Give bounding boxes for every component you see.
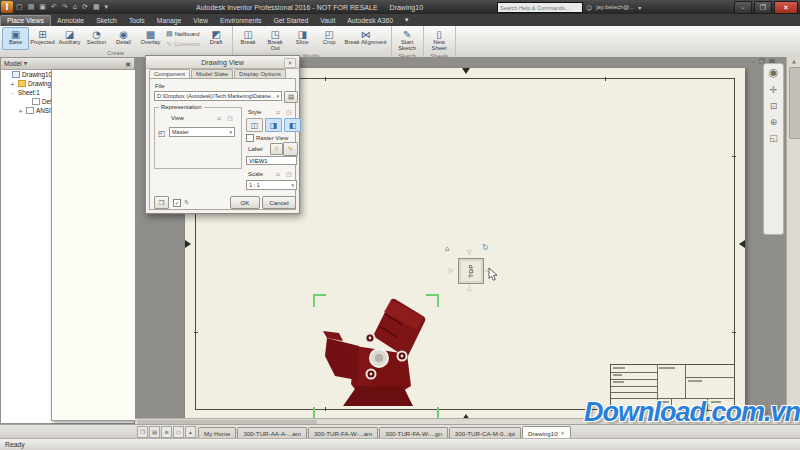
auxiliary-view-button[interactable]: ◪ Auxiliary xyxy=(56,27,83,50)
scale-assoc-icon[interactable]: ◳ xyxy=(286,170,292,177)
arrange-windows-icon[interactable]: ❐ xyxy=(137,426,148,438)
base-view-button[interactable]: ▣ Base xyxy=(2,27,29,50)
view-checkbox-icon[interactable]: ▫ xyxy=(217,114,221,121)
connector-button[interactable]: ∿ Connector xyxy=(166,40,201,48)
style-assoc-icon[interactable]: ◳ xyxy=(286,108,292,115)
vertical-scrollbar[interactable]: ▲ ▼ xyxy=(786,57,800,424)
scroll-up-icon[interactable]: ▲ xyxy=(787,58,800,64)
tab-place-views[interactable]: Place Views xyxy=(0,15,51,26)
zoom-icon[interactable]: ⊕ xyxy=(770,117,778,127)
tab-get-started[interactable]: Get Started xyxy=(268,16,315,26)
horizontal-tile-icon[interactable]: ▭ xyxy=(173,426,184,438)
undo-icon[interactable]: ↶ xyxy=(51,3,57,11)
update-icon[interactable]: ⟳ xyxy=(82,3,88,11)
tab-tools[interactable]: Tools xyxy=(123,16,151,26)
user-dropdown-icon[interactable]: ▾ xyxy=(638,4,641,11)
close-button[interactable]: ✕ xyxy=(774,1,798,14)
signed-in-user[interactable]: jay.betech@... xyxy=(596,4,634,10)
browser-pane-icon[interactable]: ▣ xyxy=(125,60,131,67)
preview-toggle-button[interactable]: ❐ xyxy=(154,196,169,209)
slice-button[interactable]: ◨ Slice xyxy=(289,27,316,53)
redo-icon[interactable]: ↷ xyxy=(62,3,68,11)
expand-tabs-icon[interactable]: ▴ xyxy=(185,426,196,438)
dialog-tab-model-state[interactable]: Model State xyxy=(191,69,233,78)
arrow-up-icon[interactable]: △ xyxy=(467,285,472,291)
tab-view[interactable]: View xyxy=(187,16,214,26)
tab-vault[interactable]: Vault xyxy=(314,16,341,26)
edit-label-button[interactable]: ✎ xyxy=(283,142,298,156)
save-icon[interactable]: ▣ xyxy=(39,3,46,11)
dialog-tab-component[interactable]: Component xyxy=(149,69,190,78)
browser-menu-icon[interactable]: ▼ xyxy=(24,61,27,66)
style-hidden-line-removed-button[interactable]: ◨ xyxy=(265,118,282,132)
window-list-icon[interactable]: ≡ xyxy=(161,426,172,438)
detail-view-button[interactable]: ◉ Detail xyxy=(110,27,137,50)
dialog-title-bar[interactable]: Drawing View ✕ xyxy=(146,56,299,69)
nailboard-button[interactable]: ▤ Nailboard xyxy=(166,30,201,38)
pan-icon[interactable]: ✛ xyxy=(770,85,778,95)
widget-home-icon[interactable]: ⌂ xyxy=(445,245,449,253)
raster-view-checkbox[interactable] xyxy=(246,134,254,142)
crop-button[interactable]: ◰ Crop xyxy=(316,27,343,53)
qat-dropdown-icon[interactable]: ▾ xyxy=(105,3,109,11)
navigation-wheel-icon[interactable]: ◉ xyxy=(769,66,779,79)
arrow-right-icon[interactable]: ▷ xyxy=(449,267,454,273)
break-alignment-button[interactable]: ⋈ Break Alignment xyxy=(343,27,389,53)
break-button[interactable]: ◫ Break xyxy=(235,27,262,53)
open-icon[interactable]: ▤ xyxy=(28,3,35,11)
new-sheet-button[interactable]: ▯ New Sheet xyxy=(426,27,453,53)
collapse-icon[interactable]: - xyxy=(9,89,16,96)
home-icon[interactable]: ⌂ xyxy=(73,3,77,11)
style-checkbox-icon[interactable]: ▫ xyxy=(276,108,280,115)
tile-windows-icon[interactable]: ▤ xyxy=(149,426,160,438)
ok-button[interactable]: OK xyxy=(230,196,260,209)
lamp-button[interactable]: ☼ xyxy=(270,143,283,155)
scale-combo[interactable]: 1 : 1 ▾ xyxy=(246,180,297,190)
draft-view-button[interactable]: ◩ Draft xyxy=(203,27,230,50)
widget-rotate-icon[interactable]: ↻ xyxy=(482,243,489,252)
restore-button[interactable]: ❐ xyxy=(754,1,772,14)
print-icon[interactable]: ▦ xyxy=(93,3,100,11)
start-sketch-button[interactable]: ✎ Start Sketch xyxy=(394,27,421,53)
tab-annotate[interactable]: Annotate xyxy=(51,16,90,26)
file-combo[interactable]: D:\Dropbox (Autodesk)\Tech Marketing\Dat… xyxy=(154,91,282,101)
tree-item-sheet1[interactable]: - Sheet:1 xyxy=(1,88,134,97)
projected-view-button[interactable]: ⊞ Projected xyxy=(29,27,56,50)
drawing-view-dialog[interactable]: Drawing View ✕ Component Model State Dis… xyxy=(145,55,300,214)
expand-icon[interactable]: + xyxy=(9,80,16,87)
preview-checkbox[interactable]: ✓ xyxy=(173,199,181,207)
dialog-close-icon[interactable]: ✕ xyxy=(284,58,296,68)
view-representation-combo[interactable]: Master ▾ xyxy=(169,127,235,137)
view-orientation-face[interactable]: TOP xyxy=(458,258,484,284)
expand-icon[interactable]: + xyxy=(17,107,24,114)
vertical-scroll-thumb[interactable] xyxy=(789,67,800,139)
new-file-icon[interactable]: ▢ xyxy=(16,3,23,11)
tab-close-icon[interactable]: ✕ xyxy=(561,430,565,436)
zoom-window-icon[interactable]: ⊡ xyxy=(770,101,778,111)
section-view-button[interactable]: ◔ Section xyxy=(83,27,110,50)
user-avatar-icon[interactable]: ☺ xyxy=(586,4,592,11)
inventor-logo-icon[interactable]: I xyxy=(1,1,13,13)
base-view-preview[interactable] xyxy=(313,294,439,420)
style-hidden-line-button[interactable]: ◫ xyxy=(246,118,263,132)
look-at-icon[interactable]: ◱ xyxy=(769,133,778,143)
doc-minimize-icon[interactable]: – xyxy=(751,58,755,66)
tab-sketch[interactable]: Sketch xyxy=(90,16,123,26)
scale-checkbox-icon[interactable]: ▫ xyxy=(276,170,280,177)
cancel-button[interactable]: Cancel xyxy=(262,196,296,209)
break-out-button[interactable]: ◳ Break Out xyxy=(262,27,289,53)
search-input[interactable] xyxy=(497,2,583,13)
tab-environments[interactable]: Environments xyxy=(214,16,268,26)
style-shaded-button[interactable]: ◧ xyxy=(284,118,301,132)
tab-autodesk-a360[interactable]: Autodesk A360 xyxy=(341,16,399,26)
view-label-input[interactable] xyxy=(246,156,297,165)
view-placement-widget[interactable]: ▽ △ ▷ ◁ ⌂ ↻ TOP xyxy=(444,244,496,296)
view-assoc-icon[interactable]: ◳ xyxy=(227,114,233,121)
tab-manage[interactable]: Manage xyxy=(151,16,188,26)
overlay-view-button[interactable]: ▩ Overlay xyxy=(137,27,164,50)
arrow-down-icon[interactable]: ▽ xyxy=(467,249,472,255)
ribbon-options-icon[interactable]: ▾ xyxy=(399,15,414,26)
browse-file-button[interactable]: ▤ xyxy=(284,91,298,103)
dialog-tab-display-options[interactable]: Display Options xyxy=(234,69,286,78)
minimize-button[interactable]: – xyxy=(734,1,752,14)
